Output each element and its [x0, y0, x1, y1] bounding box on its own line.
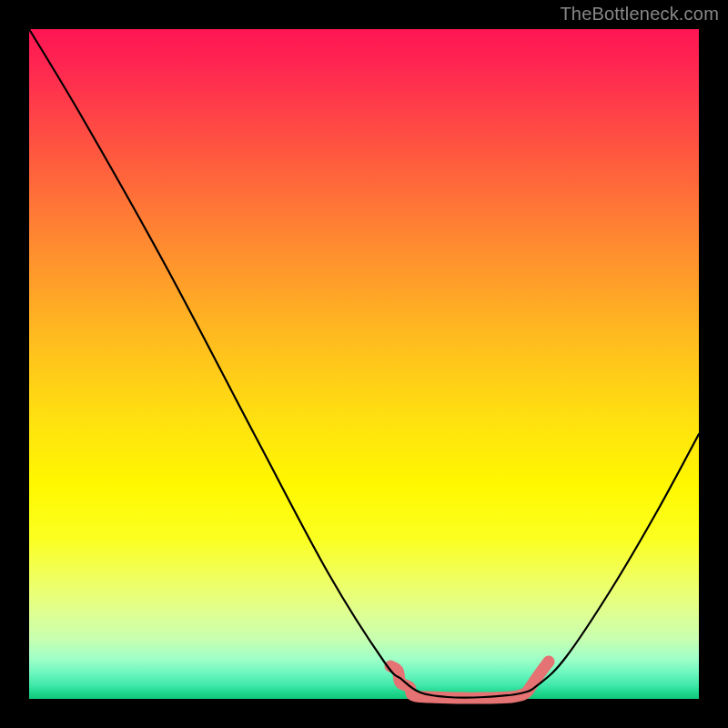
bottleneck-curve [29, 29, 699, 698]
curve-svg [29, 29, 699, 699]
plot-area [29, 29, 699, 699]
watermark-text: TheBottleneck.com [560, 4, 719, 25]
chart-container: TheBottleneck.com [0, 0, 728, 728]
